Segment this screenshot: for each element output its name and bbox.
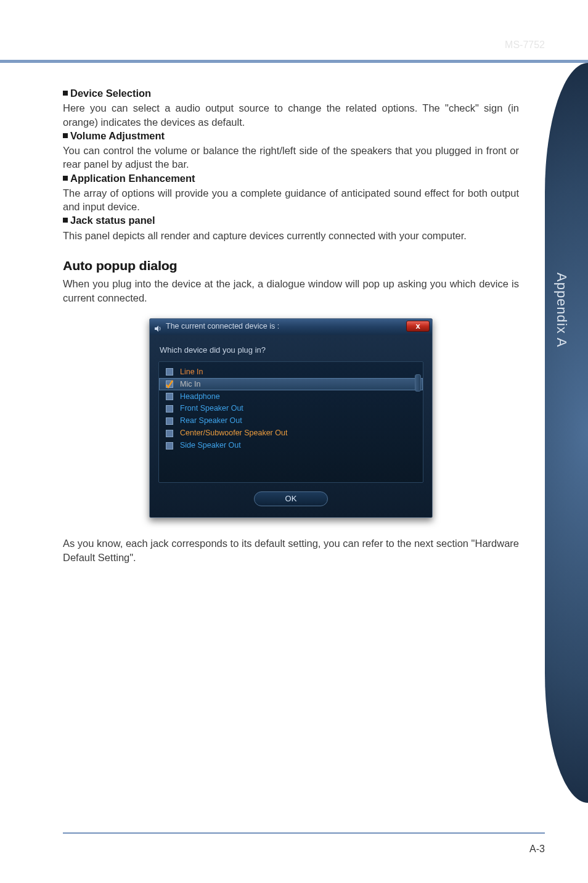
section-title-device: Device Selection (63, 86, 519, 100)
device-option-label: Headphone (180, 392, 417, 402)
device-option-label: Mic In (180, 379, 417, 390)
dialog-prompt: Which device did you plug in? (160, 345, 423, 356)
svg-rect-3 (166, 405, 173, 412)
svg-rect-0 (166, 369, 173, 376)
device-option-label: Rear Speaker Out (180, 416, 417, 426)
jack-icon (165, 429, 174, 438)
jack-icon (165, 442, 174, 450)
section-title-app: Application Enhancement (63, 171, 519, 185)
dialog-titlebar: The current connected device is : x (150, 319, 432, 335)
svg-rect-6 (166, 442, 173, 449)
svg-rect-2 (166, 393, 173, 400)
section-title-jack: Jack status panel (63, 213, 519, 227)
jack-icon (165, 368, 174, 376)
side-tab-label: Appendix A (553, 273, 570, 347)
header-divider (0, 60, 588, 63)
jack-icon (165, 380, 174, 388)
section-body-app: The array of options will provide you a … (63, 186, 519, 214)
jack-icon (165, 392, 174, 401)
post-dialog-text: As you know, each jack corresponds to it… (63, 536, 519, 564)
scrollbar-thumb[interactable] (415, 374, 421, 392)
side-tab: Appendix A (545, 63, 588, 803)
section-body-jack: This panel depicts all render and captur… (63, 229, 519, 242)
header-model-label: MS-7752 (505, 39, 545, 51)
close-button[interactable]: x (406, 321, 430, 332)
section-body-device: Here you can select a audio output sourc… (63, 101, 519, 129)
bullet-icon (63, 218, 68, 223)
device-option-label: Front Speaker Out (180, 403, 417, 414)
device-option[interactable]: Center/Subwoofer Speaker Out (159, 427, 423, 440)
device-option-label: Side Speaker Out (180, 440, 417, 451)
jack-icon (165, 405, 174, 413)
device-option[interactable]: Line In (159, 366, 423, 378)
device-option-label: Line In (180, 367, 417, 377)
auto-popup-heading: Auto popup dialog (63, 257, 519, 274)
device-option[interactable]: Rear Speaker Out (159, 415, 423, 427)
auto-popup-intro: When you plug into the device at the jac… (63, 277, 519, 305)
page-number: A-3 (529, 844, 545, 855)
section-title-volume: Volume Adjustment (63, 129, 519, 142)
ok-button[interactable]: OK (254, 491, 328, 506)
device-option[interactable]: Side Speaker Out (159, 440, 423, 452)
section-body-volume: You can control the volume or balance th… (63, 144, 519, 171)
bullet-icon (63, 91, 68, 96)
svg-rect-4 (166, 417, 173, 424)
jack-dialog: The current connected device is : x Whic… (149, 318, 433, 519)
speaker-icon (153, 322, 162, 331)
device-option[interactable]: Headphone (159, 390, 423, 403)
device-option[interactable]: Mic In (159, 378, 423, 390)
jack-icon (165, 417, 174, 425)
bullet-icon (63, 176, 68, 181)
svg-rect-5 (166, 430, 173, 437)
device-option-label: Center/Subwoofer Speaker Out (180, 428, 417, 438)
device-option[interactable]: Front Speaker Out (159, 403, 423, 415)
dialog-title: The current connected device is : (166, 321, 279, 332)
bullet-icon (63, 133, 68, 138)
footer-divider (63, 832, 545, 834)
device-list[interactable]: Line InMic InHeadphoneFront Speaker OutR… (158, 361, 423, 483)
